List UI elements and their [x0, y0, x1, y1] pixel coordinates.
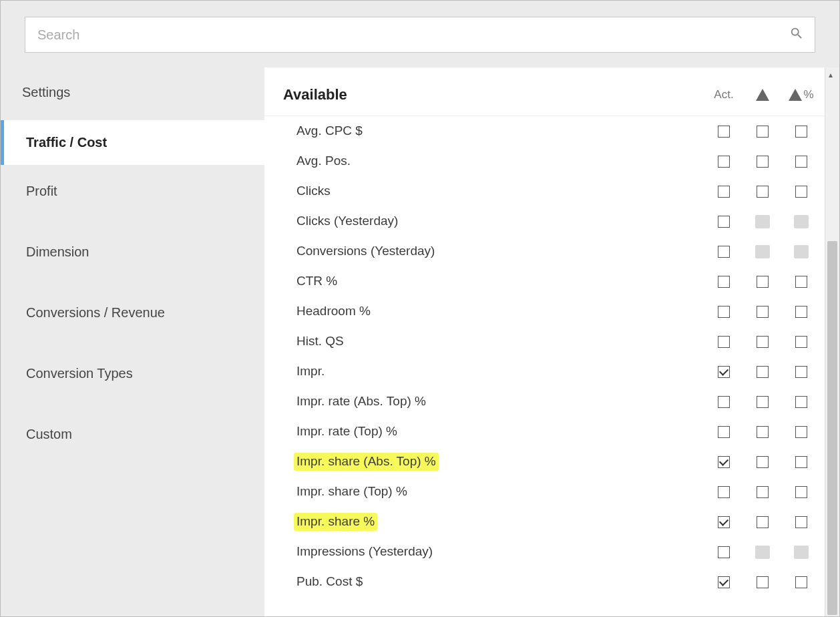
checkbox-cell — [704, 486, 743, 498]
checkbox-cell — [782, 456, 821, 468]
checkbox-act[interactable] — [718, 336, 730, 348]
checkbox-delta — [755, 215, 770, 228]
metric-label-cell: Hist. QS — [294, 334, 704, 349]
checkbox-cell — [743, 576, 782, 588]
checkbox-act[interactable] — [718, 396, 730, 408]
triangle-up-icon — [789, 89, 802, 101]
checkbox-cell — [704, 156, 743, 168]
checkbox-delta[interactable] — [757, 186, 769, 198]
checkbox-act[interactable] — [718, 426, 730, 438]
checkbox-cell — [782, 516, 821, 528]
checkbox-delta-pct[interactable] — [795, 126, 807, 138]
search-icon[interactable] — [789, 26, 804, 43]
metric-row: Headroom % — [294, 296, 821, 327]
metric-row: Hist. QS — [294, 327, 821, 357]
metric-label: Clicks — [294, 182, 333, 199]
metric-row: Clicks — [294, 176, 821, 206]
metric-label: Impr. — [294, 363, 327, 379]
sidebar-item-profit[interactable]: Profit — [1, 169, 264, 214]
checkbox-delta-pct[interactable] — [795, 426, 807, 438]
metric-label-cell: Impr. share % — [294, 513, 704, 531]
metrics-list[interactable]: Avg. CPC $Avg. Pos.ClicksClicks (Yesterd… — [264, 116, 839, 616]
checkbox-cell — [704, 516, 743, 528]
metric-label: Impr. share % — [294, 513, 377, 531]
checkbox-delta[interactable] — [757, 276, 769, 288]
search-box[interactable] — [25, 17, 815, 53]
sidebar-item-dimension[interactable]: Dimension — [1, 230, 264, 274]
search-input[interactable] — [36, 27, 789, 43]
checkbox-act[interactable] — [718, 456, 730, 468]
checkbox-delta-pct[interactable] — [795, 576, 807, 588]
checkbox-act[interactable] — [718, 486, 730, 498]
metric-label: Impr. share (Abs. Top) % — [294, 453, 439, 471]
sidebar-item-custom[interactable]: Custom — [1, 412, 264, 457]
checkbox-delta-pct[interactable] — [795, 456, 807, 468]
metric-row: Impr. rate (Top) % — [294, 417, 821, 447]
metric-label: Impr. share (Top) % — [294, 483, 410, 499]
metric-label: Clicks (Yesterday) — [294, 212, 401, 229]
metric-label-cell: Impr. share (Top) % — [294, 484, 704, 499]
metric-label: Headroom % — [294, 302, 373, 319]
checkbox-delta[interactable] — [757, 426, 769, 438]
checkbox-cell — [704, 366, 743, 378]
checkbox-cell — [743, 486, 782, 498]
available-heading: Available — [283, 86, 704, 104]
metric-row: Impr. rate (Abs. Top) % — [294, 387, 821, 417]
checkbox-act[interactable] — [718, 366, 730, 378]
checkbox-delta[interactable] — [757, 576, 769, 588]
checkbox-delta-pct[interactable] — [795, 336, 807, 348]
column-delta-pct-suffix: % — [803, 88, 813, 101]
checkbox-delta-pct[interactable] — [795, 486, 807, 498]
checkbox-act[interactable] — [718, 576, 730, 588]
sidebar-item-conversions-revenue[interactable]: Conversions / Revenue — [1, 290, 264, 335]
checkbox-delta-pct[interactable] — [795, 186, 807, 198]
metric-label: Impr. rate (Top) % — [294, 423, 400, 439]
scrollbar[interactable]: ▴ — [825, 67, 839, 616]
checkbox-act[interactable] — [718, 126, 730, 138]
metric-label-cell: Clicks — [294, 184, 704, 199]
checkbox-cell — [782, 306, 821, 318]
checkbox-act[interactable] — [718, 306, 730, 318]
checkbox-cell — [743, 456, 782, 468]
checkbox-act[interactable] — [718, 546, 730, 558]
checkbox-delta[interactable] — [757, 486, 769, 498]
checkbox-delta-pct — [794, 215, 809, 228]
checkbox-delta-pct[interactable] — [795, 276, 807, 288]
checkbox-act[interactable] — [718, 276, 730, 288]
checkbox-delta-pct[interactable] — [795, 306, 807, 318]
metric-row: Impr. share (Top) % — [294, 477, 821, 507]
checkbox-act[interactable] — [718, 156, 730, 168]
checkbox-cell — [782, 215, 821, 228]
checkbox-cell — [704, 396, 743, 408]
checkbox-cell — [743, 186, 782, 198]
scroll-up-icon[interactable]: ▴ — [829, 70, 833, 79]
checkbox-delta-pct[interactable] — [795, 516, 807, 528]
checkbox-delta[interactable] — [757, 456, 769, 468]
scrollbar-thumb[interactable] — [827, 241, 837, 615]
column-act: Act. — [704, 88, 743, 101]
checkbox-delta[interactable] — [757, 156, 769, 168]
checkbox-act[interactable] — [718, 516, 730, 528]
checkbox-cell — [704, 336, 743, 348]
checkbox-cell — [743, 215, 782, 228]
checkbox-delta[interactable] — [757, 306, 769, 318]
checkbox-delta-pct[interactable] — [795, 366, 807, 378]
checkbox-delta[interactable] — [757, 396, 769, 408]
checkbox-act[interactable] — [718, 186, 730, 198]
checkbox-delta-pct[interactable] — [795, 396, 807, 408]
checkbox-delta[interactable] — [757, 126, 769, 138]
checkbox-cell — [704, 426, 743, 438]
checkbox-act[interactable] — [718, 246, 730, 258]
checkbox-cell — [743, 426, 782, 438]
checkbox-cell — [704, 246, 743, 258]
checkbox-act[interactable] — [718, 216, 730, 228]
checkbox-delta-pct[interactable] — [795, 156, 807, 168]
checkbox-cell — [782, 126, 821, 138]
checkbox-cell — [782, 426, 821, 438]
checkbox-delta[interactable] — [757, 516, 769, 528]
checkbox-delta[interactable] — [757, 366, 769, 378]
sidebar-item-traffic-cost[interactable]: Traffic / Cost — [1, 120, 264, 165]
checkbox-delta[interactable] — [757, 336, 769, 348]
sidebar-item-conversion-types[interactable]: Conversion Types — [1, 351, 264, 396]
metric-label-cell: Impr. rate (Abs. Top) % — [294, 394, 704, 409]
